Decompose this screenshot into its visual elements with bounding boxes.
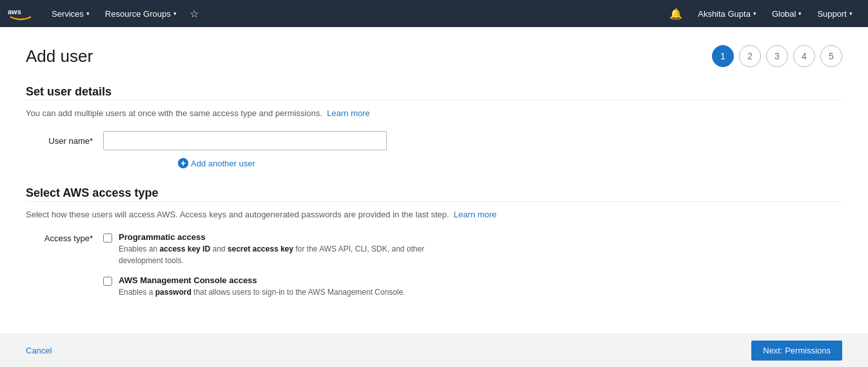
programmatic-access-text: Programmatic access Enables an access ke… (119, 232, 454, 266)
add-another-user-row: + Add another user (26, 158, 842, 168)
resource-groups-menu[interactable]: Resource Groups ▾ (97, 0, 184, 27)
username-input[interactable] (103, 131, 387, 150)
step-5: 5 (820, 45, 842, 67)
set-user-details-title: Set user details (26, 85, 842, 99)
cancel-link[interactable]: Cancel (26, 346, 52, 355)
programmatic-access-option: Programmatic access Enables an access ke… (103, 232, 454, 266)
programmatic-access-desc: Enables an access key ID and secret acce… (119, 243, 454, 266)
bottom-bar: Cancel Next: Permissions (0, 333, 868, 367)
section-divider-2 (26, 201, 842, 202)
username-form-row: User name* (26, 131, 842, 150)
support-caret-icon: ▾ (849, 10, 853, 17)
aws-logo[interactable]: aws (8, 5, 34, 22)
step-3: 3 (766, 45, 788, 67)
console-access-checkbox[interactable] (103, 277, 112, 286)
add-another-user-link[interactable]: + Add another user (178, 158, 255, 168)
support-label: Support (817, 9, 847, 19)
username-label: User name* (26, 136, 103, 146)
services-menu[interactable]: Services ▾ (44, 0, 97, 27)
services-caret-icon: ▾ (86, 10, 90, 17)
support-menu[interactable]: Support ▾ (809, 0, 860, 27)
set-user-details-desc-text: You can add multiple users at once with … (26, 108, 322, 118)
console-access-title: AWS Management Console access (119, 275, 405, 285)
access-options: Programmatic access Enables an access ke… (103, 232, 454, 298)
main-content: Add user 1 2 3 4 5 Set user details You … (0, 27, 868, 367)
services-label: Services (52, 9, 84, 19)
access-type-learn-more-link[interactable]: Learn more (454, 210, 497, 219)
nav-right-section: 🔔 Akshita Gupta ▾ Global ▾ Support ▾ (662, 0, 860, 27)
step-4: 4 (793, 45, 815, 67)
console-access-desc: Enables a password that allows users to … (119, 286, 405, 298)
select-access-type-section: Select AWS access type Select how these … (26, 186, 842, 298)
navbar: aws Services ▾ Resource Groups ▾ ☆ 🔔 Aks… (0, 0, 868, 27)
resource-groups-caret-icon: ▾ (173, 10, 177, 17)
page-title: Add user (26, 46, 93, 66)
region-menu[interactable]: Global ▾ (764, 0, 810, 27)
user-caret-icon: ▾ (753, 10, 756, 17)
step-1: 1 (712, 45, 734, 67)
set-user-details-section: Set user details You can add multiple us… (26, 85, 842, 168)
programmatic-access-checkbox[interactable] (103, 233, 112, 243)
resource-groups-label: Resource Groups (105, 9, 171, 19)
svg-text:aws: aws (8, 8, 21, 15)
region-caret-icon: ▾ (798, 10, 802, 17)
add-another-user-label: Add another user (191, 159, 255, 168)
user-menu[interactable]: Akshita Gupta ▾ (690, 0, 764, 27)
plus-icon: + (178, 158, 188, 168)
access-type-desc: Select how these users will access AWS. … (26, 210, 842, 219)
access-type-desc-text: Select how these users will access AWS. … (26, 210, 449, 219)
access-type-label: Access type* (26, 232, 103, 243)
region-label: Global (772, 9, 796, 19)
steps-indicator: 1 2 3 4 5 (712, 45, 842, 67)
set-user-details-desc: You can add multiple users at once with … (26, 108, 842, 118)
page-header: Add user 1 2 3 4 5 (26, 45, 842, 67)
console-access-option: AWS Management Console access Enables a … (103, 275, 454, 298)
bookmarks-icon[interactable]: ☆ (184, 8, 204, 20)
next-button[interactable]: Next: Permissions (751, 341, 842, 361)
console-access-text: AWS Management Console access Enables a … (119, 275, 405, 298)
user-name-label: Akshita Gupta (698, 9, 751, 19)
step-2: 2 (739, 45, 761, 67)
access-type-form-row: Access type* Programmatic access Enables… (26, 232, 842, 298)
section-divider-1 (26, 100, 842, 101)
programmatic-access-title: Programmatic access (119, 232, 454, 242)
notifications-icon[interactable]: 🔔 (662, 8, 690, 20)
access-type-title: Select AWS access type (26, 186, 842, 200)
set-user-details-learn-more-link[interactable]: Learn more (327, 108, 370, 118)
